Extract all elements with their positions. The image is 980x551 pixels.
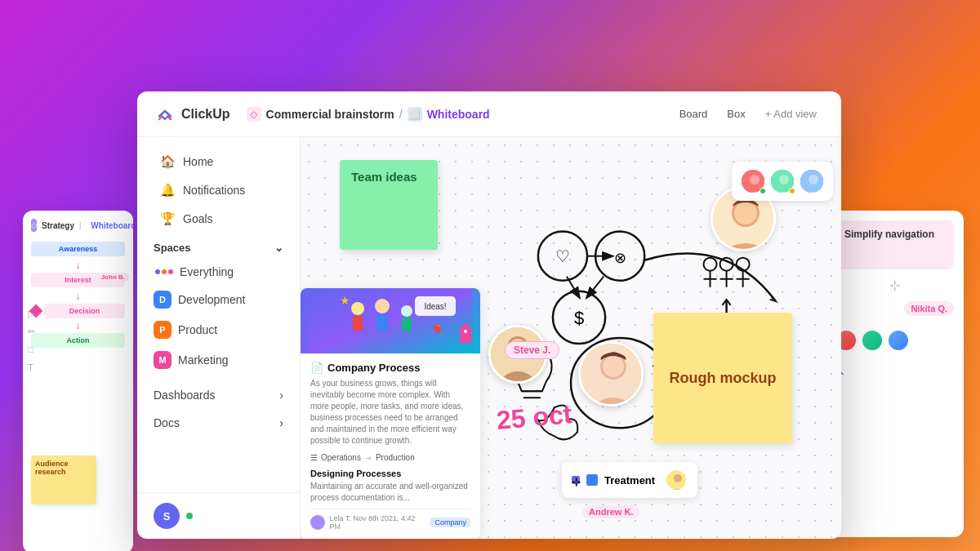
card-author-avatar — [310, 515, 325, 530]
strategy-card: ◇ Strategy | Whiteboard Awareness ↓ Inte… — [23, 211, 133, 551]
card-body-text: As your business grows, things will inev… — [310, 378, 470, 447]
svg-text:♡: ♡ — [555, 247, 570, 265]
card-body: 📄 Company Process As your business grows… — [301, 353, 480, 539]
board-view-btn[interactable]: Board — [671, 104, 716, 124]
svg-point-27 — [734, 202, 757, 224]
svg-point-10 — [737, 258, 750, 271]
decision-node: Decision — [44, 304, 125, 318]
svg-rect-36 — [353, 316, 363, 331]
treatment-icon — [586, 474, 598, 486]
nikita-label: Nikita Q. — [904, 301, 954, 316]
card-flow: ☰ Operations → Production — [310, 453, 470, 462]
svg-text:★: ★ — [340, 294, 350, 307]
svg-point-39 — [401, 305, 412, 317]
sidebar-item-goals[interactable]: 🏆 Goals — [144, 205, 293, 233]
space-icon: ◇ — [247, 107, 261, 122]
svg-point-31 — [779, 175, 789, 184]
goals-icon: 🏆 — [160, 211, 175, 226]
sidebar-dashboards[interactable]: Dashboards › — [137, 381, 300, 409]
sidebar-item-notifications[interactable]: 🔔 Notifications — [144, 176, 293, 204]
sidebar-bottom: Dashboards › Docs › — [137, 381, 300, 437]
body: 🏠 Home 🔔 Notifications 🏆 Goals Spaces ⌄ — [137, 137, 841, 539]
space-marketing[interactable]: M Marketing — [137, 345, 300, 375]
svg-point-47 — [464, 330, 467, 333]
online-status — [186, 513, 193, 519]
tool-cursor[interactable]: ▷ — [28, 309, 39, 320]
steve-tag: Steve J. — [505, 341, 559, 359]
svg-point-3 — [595, 232, 644, 281]
view-icon: ⬜ — [408, 107, 422, 122]
card-footer: Lela T. Nov 8th 2021, 4:42 PM Company — [310, 509, 470, 531]
header: ClickUp ◇ Commercial brainstorm / ⬜ Whit… — [137, 91, 841, 137]
prod-badge: P — [154, 321, 172, 339]
svg-point-0 — [154, 103, 176, 126]
svg-text:⊗: ⊗ — [614, 250, 626, 266]
mkt-badge: M — [154, 351, 172, 369]
svg-point-46 — [674, 474, 682, 482]
logo[interactable]: ClickUp — [154, 103, 230, 126]
spaces-header[interactable]: Spaces ⌄ — [137, 233, 300, 259]
main-window: ClickUp ◇ Commercial brainstorm / ⬜ Whit… — [137, 91, 841, 539]
tool-shape[interactable]: □ — [28, 344, 39, 356]
sidebar-docs[interactable]: Docs › — [137, 409, 300, 437]
app-name: ClickUp — [181, 107, 230, 122]
rough-mockup-sticky[interactable]: Rough mockup — [653, 313, 792, 443]
price-tag — [460, 323, 471, 343]
move-icon[interactable]: ⊹ — [835, 278, 954, 293]
whiteboard-canvas[interactable]: ♡ ⊗ $ — [301, 137, 841, 539]
strategy-tab[interactable]: Strategy — [42, 221, 74, 230]
breadcrumb: ◇ Commercial brainstorm / ⬜ Whiteboard — [247, 107, 665, 122]
tool-pen[interactable]: ✏ — [28, 327, 39, 338]
away-dot — [789, 188, 795, 194]
right-panel: Simplify navigation ⊹ Nikita Q. ↖ — [825, 211, 964, 537]
active-view-name[interactable]: Whiteboard — [427, 108, 490, 121]
svg-point-37 — [375, 299, 390, 313]
card-sub-title: Designing Processes — [310, 469, 470, 478]
svg-text:🎈: 🎈 — [431, 323, 443, 335]
sidebar-item-home[interactable]: 🏠 Home — [144, 148, 293, 176]
simplify-nav-sticky: Simplify navigation — [835, 220, 954, 269]
space-name[interactable]: Commercial brainstorm — [266, 108, 394, 121]
svg-point-9 — [720, 258, 733, 271]
svg-point-5 — [553, 291, 605, 344]
space-everything[interactable]: Everything — [137, 260, 300, 284]
svg-point-33 — [808, 175, 818, 184]
box-view-btn[interactable]: Box — [719, 104, 753, 124]
action-node: Action — [31, 333, 125, 348]
svg-text:Ideas!: Ideas! — [424, 302, 446, 311]
team-ideas-sticky[interactable]: Team ideas — [340, 160, 438, 250]
tool-text[interactable]: T — [28, 362, 39, 374]
treatment-avatar — [665, 469, 688, 491]
svg-point-8 — [703, 258, 716, 271]
avatar-cluster — [732, 162, 833, 201]
audience-research-sticky: Audience research — [31, 455, 96, 504]
online-dot — [760, 188, 766, 194]
svg-point-35 — [351, 302, 364, 315]
chevron-icon: ⌄ — [274, 242, 283, 254]
chevron-right-icon: › — [279, 389, 283, 402]
person-woman-photo — [578, 341, 644, 407]
space-development[interactable]: D Development — [137, 285, 300, 314]
svg-text:$: $ — [574, 308, 584, 328]
awareness-node: Awareness — [31, 242, 125, 256]
card-image: Ideas! ★ 🎈 — [301, 288, 480, 353]
user-avatar[interactable]: S — [154, 503, 180, 529]
treatment-card[interactable]: ⊹ Treatment — [562, 462, 697, 498]
date-label: 25 oct — [496, 399, 573, 436]
whiteboard-tab-left[interactable]: Whiteboard — [91, 221, 133, 230]
dev-badge: D — [154, 291, 172, 309]
space-product[interactable]: P Product — [137, 315, 300, 344]
card-sub-text: Maintaining an accurate and well-organiz… — [310, 481, 470, 504]
card-title: 📄 Company Process — [310, 362, 470, 374]
svg-point-29 — [750, 175, 760, 184]
bell-icon: 🔔 — [160, 183, 175, 198]
svg-point-1 — [538, 232, 587, 281]
add-view-btn[interactable]: + Add view — [757, 104, 825, 124]
company-process-card[interactable]: Ideas! ★ 🎈 📄 Company Process As your bus… — [301, 288, 480, 539]
svg-rect-40 — [402, 318, 412, 331]
john-label: John B. — [97, 273, 129, 282]
sidebar-footer: S — [137, 492, 301, 539]
sidebar: 🏠 Home 🔔 Notifications 🏆 Goals Spaces ⌄ — [137, 137, 301, 539]
chevron-right-icon-docs: › — [279, 416, 283, 429]
view-switcher: Board Box + Add view — [671, 104, 825, 124]
